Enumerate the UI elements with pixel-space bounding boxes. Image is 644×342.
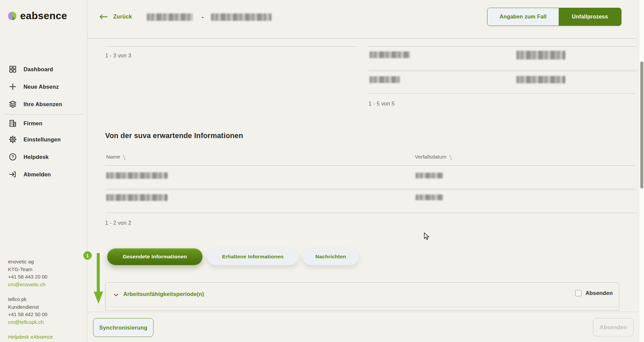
sidebar-item-label: Ihre Absenzen — [24, 101, 62, 108]
logout-icon — [9, 170, 17, 178]
left-table-footer-divider — [105, 46, 357, 47]
helpdesk-eabsence-link[interactable]: Helpdesk eAbsence — [8, 334, 53, 340]
contact-team: KTG-Team — [8, 266, 53, 273]
logo-text: eabsence — [20, 10, 67, 22]
tab-gesendete-informationen[interactable]: Gesendete Informationen — [107, 248, 203, 265]
sidebar-item-ihre-absenzen[interactable]: Ihre Absenzen — [0, 97, 87, 111]
tab-erhaltene-informationen[interactable]: Erhaltene Informationen — [207, 248, 298, 265]
back-label: Zurück — [113, 13, 132, 20]
synchronisierung-button[interactable]: Synchronisierung — [93, 318, 154, 337]
right-table-divider — [369, 46, 637, 47]
tab-unfallprozess[interactable]: Unfallprozess — [559, 8, 621, 26]
contact-company: enovetic ag — [8, 258, 53, 266]
back-button[interactable]: Zurück — [99, 13, 132, 20]
contact-company: tellco pk — [8, 296, 53, 303]
cell-date-redacted — [416, 173, 443, 178]
cell-name-redacted — [106, 172, 168, 179]
plus-icon — [9, 83, 17, 91]
sidebar-item-label: Einstellungen — [24, 136, 61, 143]
case-person-name-redacted — [147, 13, 193, 21]
absenden-checkbox[interactable] — [575, 290, 582, 296]
annotation-arrow-shaft — [97, 253, 100, 292]
arrow-left-icon — [99, 14, 108, 19]
annotation-step-badge: 1 — [83, 251, 92, 260]
case-view-switch: Angaben zum Fall Unfallprozess — [487, 8, 621, 26]
building-icon — [9, 119, 17, 127]
sidebar-item-einstellungen[interactable]: Einstellungen — [0, 133, 87, 146]
sidebar-item-helpdesk[interactable]: ? Helpdesk — [0, 150, 87, 164]
scrollbar-thumb[interactable] — [640, 61, 643, 188]
gear-icon — [9, 135, 17, 143]
sidebar-item-label: Helpdesk — [24, 154, 49, 160]
accordion-header[interactable]: Arbeitsunfähigkeitsperiode(n) Absenden — [105, 283, 619, 307]
table-top-divider — [87, 38, 637, 39]
cell-name-redacted — [370, 51, 410, 58]
app-logo[interactable]: eabsence — [8, 10, 67, 22]
eabsence-logo-icon — [8, 12, 16, 20]
sidebar-item-label: Dashboard — [24, 66, 53, 73]
dashboard-grid-icon — [9, 65, 17, 73]
left-table-pagination: 1 - 3 von 3 — [105, 53, 131, 59]
suva-header-divider — [105, 165, 637, 166]
sidebar-item-label: Neue Absenz — [24, 84, 59, 90]
chevron-down-icon — [113, 292, 119, 298]
layers-icon — [9, 100, 17, 108]
question-circle-icon: ? — [9, 153, 17, 161]
sidebar-item-firmen[interactable]: Firmen — [0, 117, 87, 130]
sidebar-item-neue-absenz[interactable]: Neue Absenz — [0, 80, 87, 93]
cell-date-redacted — [516, 51, 565, 59]
contact-email-link[interactable]: cm@tellcopk.ch — [8, 319, 44, 325]
suva-pagination: 1 - 2 von 2 — [105, 220, 131, 226]
mouse-cursor — [424, 232, 431, 241]
absenden-button[interactable]: Absenden — [593, 318, 634, 336]
right-table-pagination: 1 - 5 von 5 — [369, 101, 395, 107]
sidebar-contacts: enovetic ag KTG-Team +41 58 443 20 00 cm… — [8, 258, 53, 341]
cell-name-redacted — [370, 76, 400, 83]
svg-text:?: ? — [11, 155, 14, 159]
accordion-arbeitsunfaehigkeit: Arbeitsunfähigkeitsperiode(n) Absenden — [105, 282, 619, 311]
sidebar-item-label: Abmelden — [24, 171, 51, 178]
right-table-footer-divider — [369, 93, 637, 94]
sidebar: eabsence Dashboard Neue Absenz Ihre Abse… — [0, 0, 87, 342]
suva-table-footer-divider — [105, 213, 637, 213]
column-label: Name — [106, 154, 120, 160]
absenden-checkbox-label: Absenden — [586, 290, 613, 296]
sidebar-divider — [5, 114, 84, 115]
annotation-arrow-head — [94, 292, 103, 304]
suva-section-title: Von der suva erwartende Informationen — [105, 132, 243, 140]
sidebar-item-label: Firmen — [24, 120, 42, 127]
accordion-title: Arbeitsunfähigkeitsperiode(n) — [123, 291, 204, 297]
sidebar-item-dashboard[interactable]: Dashboard — [0, 62, 87, 76]
cell-date-redacted — [516, 76, 565, 83]
app-window: eabsence Dashboard Neue Absenz Ihre Abse… — [0, 0, 644, 342]
tab-nachrichten[interactable]: Nachrichten — [303, 248, 359, 265]
sidebar-item-abmelden[interactable]: Abmelden — [0, 168, 87, 181]
column-label: Verfallsdatum — [415, 154, 446, 160]
case-ahv-number-redacted — [211, 13, 271, 21]
contact-email-link[interactable]: cm@enovetic.ch — [8, 282, 45, 287]
sort-desc-icon: ↓ — [124, 155, 126, 161]
sort-desc-icon: ↓ — [450, 155, 452, 161]
column-header-name[interactable]: Name ↑↓ — [106, 154, 126, 160]
row-stripe — [105, 188, 637, 190]
column-header-verfallsdatum[interactable]: Verfallsdatum ↑↓ — [415, 154, 452, 160]
tab-angaben-zum-fall[interactable]: Angaben zum Fall — [487, 8, 559, 26]
contact-phone: +41 58 443 20 00 — [8, 273, 53, 281]
contact-phone: +41 58 442 50 00 — [8, 311, 53, 318]
cell-date-redacted — [416, 195, 443, 200]
contact-team: Kundendienst — [8, 303, 53, 311]
row-stripe — [369, 70, 637, 72]
cell-name-redacted — [106, 194, 168, 201]
case-title-separator: - — [202, 14, 204, 21]
scrollbar-track[interactable] — [639, 0, 644, 342]
bottom-action-bar: Synchronisierung Absenden — [87, 312, 644, 342]
